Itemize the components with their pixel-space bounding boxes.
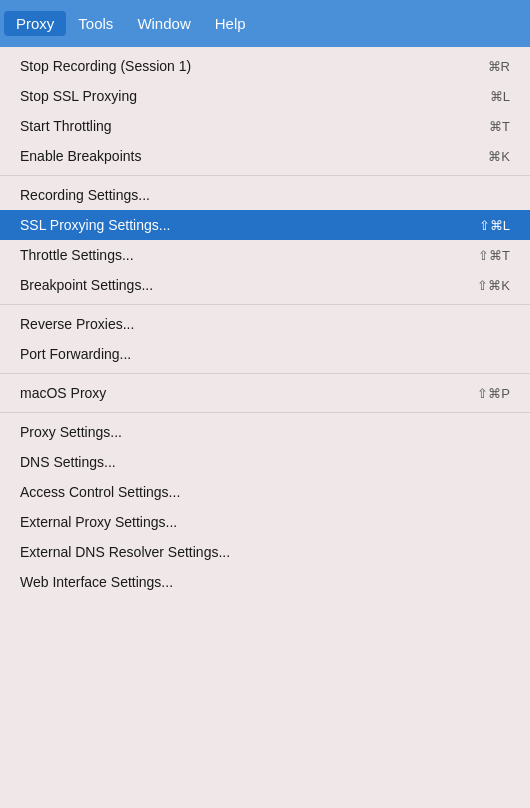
menu-item-label: Recording Settings...: [20, 187, 470, 203]
menu-item-shortcut: ⇧⌘K: [477, 278, 510, 293]
menu-item-access-control-settings-[interactable]: Access Control Settings...: [0, 477, 530, 507]
menu-item-label: SSL Proxying Settings...: [20, 217, 439, 233]
menu-item-label: Breakpoint Settings...: [20, 277, 437, 293]
menu-item-label: External Proxy Settings...: [20, 514, 470, 530]
menu-item-label: Access Control Settings...: [20, 484, 470, 500]
menu-section-1: Recording Settings...SSL Proxying Settin…: [0, 176, 530, 305]
menu-item-shortcut: ⌘R: [488, 59, 510, 74]
menu-item-label: Start Throttling: [20, 118, 449, 134]
menu-item-macos-proxy[interactable]: macOS Proxy⇧⌘P: [0, 378, 530, 408]
menu-item-shortcut: ⌘T: [489, 119, 510, 134]
menu-item-proxy-settings-[interactable]: Proxy Settings...: [0, 417, 530, 447]
menu-item-shortcut: ⇧⌘P: [477, 386, 510, 401]
menu-item-external-proxy-settings-[interactable]: External Proxy Settings...: [0, 507, 530, 537]
menu-item-label: Web Interface Settings...: [20, 574, 470, 590]
menu-item-breakpoint-settings-[interactable]: Breakpoint Settings...⇧⌘K: [0, 270, 530, 300]
menu-section-3: macOS Proxy⇧⌘P: [0, 374, 530, 413]
menu-item-shortcut: ⇧⌘L: [479, 218, 510, 233]
menu-item-label: Stop Recording (Session 1): [20, 58, 448, 74]
menu-section-0: Stop Recording (Session 1)⌘RStop SSL Pro…: [0, 47, 530, 176]
menu-bar-item-help[interactable]: Help: [203, 11, 258, 36]
menu-item-port-forwarding-[interactable]: Port Forwarding...: [0, 339, 530, 369]
menu-item-shortcut: ⇧⌘T: [478, 248, 510, 263]
menu-item-label: DNS Settings...: [20, 454, 470, 470]
menu-item-external-dns-resolver-settings-[interactable]: External DNS Resolver Settings...: [0, 537, 530, 567]
menu-section-2: Reverse Proxies...Port Forwarding...: [0, 305, 530, 374]
menu-item-label: Port Forwarding...: [20, 346, 470, 362]
menu-item-stop-ssl-proxying[interactable]: Stop SSL Proxying⌘L: [0, 81, 530, 111]
menu-item-start-throttling[interactable]: Start Throttling⌘T: [0, 111, 530, 141]
menu-bar-item-window[interactable]: Window: [125, 11, 202, 36]
menu-item-enable-breakpoints[interactable]: Enable Breakpoints⌘K: [0, 141, 530, 171]
menu-item-label: External DNS Resolver Settings...: [20, 544, 470, 560]
menu-item-shortcut: ⌘K: [488, 149, 510, 164]
menu-item-throttle-settings-[interactable]: Throttle Settings...⇧⌘T: [0, 240, 530, 270]
menu-item-label: Stop SSL Proxying: [20, 88, 450, 104]
menu-item-label: Reverse Proxies...: [20, 316, 470, 332]
menu-item-stop-recording-session-1-[interactable]: Stop Recording (Session 1)⌘R: [0, 51, 530, 81]
menu-item-reverse-proxies-[interactable]: Reverse Proxies...: [0, 309, 530, 339]
menu-item-dns-settings-[interactable]: DNS Settings...: [0, 447, 530, 477]
menu-item-label: Enable Breakpoints: [20, 148, 448, 164]
menu-bar-item-proxy[interactable]: Proxy: [4, 11, 66, 36]
menu-item-shortcut: ⌘L: [490, 89, 510, 104]
menu-item-recording-settings-[interactable]: Recording Settings...: [0, 180, 530, 210]
dropdown-menu: Stop Recording (Session 1)⌘RStop SSL Pro…: [0, 47, 530, 601]
menu-bar[interactable]: ProxyToolsWindowHelp: [0, 0, 530, 47]
menu-bar-item-tools[interactable]: Tools: [66, 11, 125, 36]
menu-item-label: Throttle Settings...: [20, 247, 438, 263]
menu-item-ssl-proxying-settings-[interactable]: SSL Proxying Settings...⇧⌘L: [0, 210, 530, 240]
menu-item-web-interface-settings-[interactable]: Web Interface Settings...: [0, 567, 530, 597]
menu-item-label: macOS Proxy: [20, 385, 437, 401]
menu-section-4: Proxy Settings...DNS Settings...Access C…: [0, 413, 530, 601]
menu-item-label: Proxy Settings...: [20, 424, 470, 440]
